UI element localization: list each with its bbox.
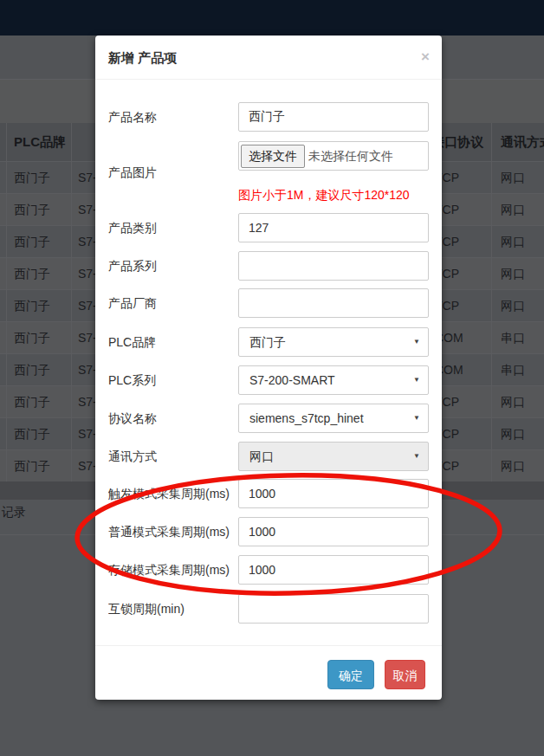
product-image-label: 产品图片	[108, 158, 245, 187]
cell-plc-series: S7-	[78, 418, 97, 449]
cell-comm-mode: 网口	[501, 386, 525, 417]
protocol-name-value: siemens_s7tcp_hinet	[249, 411, 364, 425]
form-row-product-vendor: 产品厂商	[95, 288, 442, 318]
storage-period-label: 存储模式采集周期(ms)	[108, 555, 245, 585]
plc-series-select[interactable]: S7-200-SMART ▼	[238, 365, 429, 395]
cell-plc-brand: 西门子	[14, 418, 50, 449]
close-icon[interactable]: ×	[421, 49, 430, 64]
cell-comm-mode: 串口	[501, 354, 525, 385]
cell-comm-mode: 网口	[501, 226, 525, 257]
interlock-period-input[interactable]	[238, 594, 429, 624]
caret-down-icon: ▼	[413, 366, 420, 394]
plc-series-label: PLC系列	[108, 365, 245, 395]
product-image-label-row: 产品图片	[95, 158, 442, 187]
plc-series-value: S7-200-SMART	[249, 373, 335, 387]
cell-plc-series: S7-	[78, 386, 97, 417]
cell-comm-mode: 网口	[501, 290, 525, 321]
form-row-interlock-period: 互锁周期(min)	[95, 594, 442, 624]
product-name-label: 产品名称	[108, 102, 245, 132]
plc-brand-select[interactable]: 西门子 ▼	[238, 327, 429, 357]
cell-comm-mode: 网口	[501, 194, 525, 225]
normal-period-label: 普通模式采集周期(ms)	[108, 517, 245, 546]
modal-footer: 确定 取消	[95, 645, 442, 700]
page: PLC品牌 接口协议 通讯方式 西门子 S7- TCP 网口 西门子 S7- T…	[0, 0, 544, 756]
cell-comm-mode: 网口	[501, 418, 525, 449]
product-category-label: 产品类别	[108, 213, 245, 242]
header-plc-brand: PLC品牌	[14, 123, 66, 161]
form-row-normal-period: 普通模式采集周期(ms)	[95, 517, 442, 546]
form-row-protocol-name: 协议名称 siemens_s7tcp_hinet ▼	[95, 404, 442, 433]
product-category-input[interactable]	[238, 213, 429, 242]
cell-plc-series: S7-	[78, 258, 97, 289]
cell-plc-brand: 西门子	[14, 290, 50, 321]
form-row-product-category: 产品类别	[95, 213, 442, 242]
add-product-modal: 新增 产品项 × 产品名称 选择文件 未选择任何文件 产品图片 图片小于1M，建…	[95, 36, 442, 700]
protocol-name-select[interactable]: siemens_s7tcp_hinet ▼	[238, 404, 429, 433]
comm-mode-label: 通讯方式	[108, 442, 245, 471]
pagination-text: 记录	[2, 505, 26, 520]
cell-plc-series: S7-	[78, 322, 97, 353]
normal-period-input[interactable]	[238, 517, 429, 546]
cell-plc-series: S7-	[78, 290, 97, 321]
top-navbar	[0, 0, 544, 36]
form-row-plc-brand: PLC品牌 西门子 ▼	[95, 327, 442, 357]
product-series-label: 产品系列	[108, 251, 245, 281]
form-row-trigger-period: 触发模式采集周期(ms)	[95, 479, 442, 508]
modal-header: 新增 产品项 ×	[95, 36, 442, 80]
product-name-input[interactable]	[238, 102, 429, 132]
confirm-button[interactable]: 确定	[327, 660, 374, 689]
header-comm-mode: 通讯方式	[501, 123, 544, 161]
cell-plc-brand: 西门子	[14, 386, 50, 417]
cell-plc-brand: 西门子	[14, 226, 50, 257]
caret-down-icon: ▼	[413, 443, 420, 470]
cell-plc-series: S7-	[78, 226, 97, 257]
form-row-product-series: 产品系列	[95, 251, 442, 281]
storage-period-input[interactable]	[238, 555, 429, 585]
caret-down-icon: ▼	[413, 328, 420, 356]
table-column-divider	[6, 123, 7, 481]
cell-plc-brand: 西门子	[14, 194, 50, 225]
cell-plc-series: S7-	[78, 162, 97, 193]
comm-mode-select: 网口 ▼	[238, 442, 429, 471]
modal-title: 新增 产品项	[108, 36, 177, 80]
cell-comm-mode: 网口	[501, 450, 525, 481]
product-series-input[interactable]	[238, 251, 429, 281]
protocol-name-label: 协议名称	[108, 404, 245, 433]
cell-comm-mode: 网口	[501, 258, 525, 289]
cell-plc-brand: 西门子	[14, 450, 50, 481]
cell-comm-mode: 网口	[501, 162, 525, 193]
cancel-button[interactable]: 取消	[385, 660, 425, 689]
form-row-comm-mode: 通讯方式 网口 ▼	[95, 442, 442, 471]
form-row-plc-series: PLC系列 S7-200-SMART ▼	[95, 365, 442, 395]
form-row-storage-period: 存储模式采集周期(ms)	[95, 555, 442, 585]
product-vendor-input[interactable]	[238, 288, 429, 318]
trigger-period-label: 触发模式采集周期(ms)	[108, 479, 245, 508]
plc-brand-label: PLC品牌	[108, 327, 245, 357]
caret-down-icon: ▼	[413, 404, 420, 432]
cell-plc-series: S7-	[78, 354, 97, 385]
cell-plc-brand: 西门子	[14, 258, 50, 289]
cell-plc-brand: 西门子	[14, 354, 50, 385]
trigger-period-input[interactable]	[238, 479, 429, 508]
product-vendor-label: 产品厂商	[108, 288, 245, 318]
cell-comm-mode: 串口	[501, 322, 525, 353]
cell-plc-series: S7-	[78, 450, 97, 481]
interlock-period-label: 互锁周期(min)	[108, 594, 245, 624]
table-column-divider	[71, 123, 72, 481]
cell-plc-brand: 西门子	[14, 162, 50, 193]
cell-plc-brand: 西门子	[14, 322, 50, 353]
image-size-hint: 图片小于1M，建议尺寸120*120	[238, 188, 410, 204]
cell-plc-series: S7-	[78, 194, 97, 225]
plc-brand-value: 西门子	[249, 335, 286, 349]
form-row-product-name: 产品名称	[95, 102, 442, 132]
comm-mode-value: 网口	[249, 449, 274, 463]
table-column-divider	[491, 123, 492, 481]
